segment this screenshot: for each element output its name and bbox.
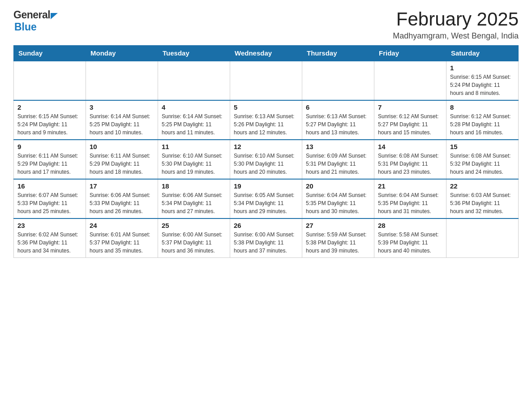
day-number: 26 <box>234 222 298 229</box>
calendar-cell: 27Sunrise: 5:59 AM Sunset: 5:38 PM Dayli… <box>302 218 374 258</box>
calendar-cell <box>446 218 519 258</box>
day-number: 17 <box>90 182 154 190</box>
day-info: Sunrise: 6:11 AM Sunset: 5:29 PM Dayligh… <box>17 152 82 176</box>
day-number: 5 <box>234 103 298 111</box>
day-number: 1 <box>450 64 515 72</box>
day-info: Sunrise: 6:10 AM Sunset: 5:30 PM Dayligh… <box>234 152 298 176</box>
month-title: February 2025 <box>393 9 519 30</box>
day-number: 28 <box>378 222 442 229</box>
calendar-cell: 28Sunrise: 5:58 AM Sunset: 5:39 PM Dayli… <box>374 218 446 258</box>
day-number: 2 <box>17 103 82 111</box>
calendar-cell: 13Sunrise: 6:09 AM Sunset: 5:31 PM Dayli… <box>302 140 374 179</box>
calendar-cell: 25Sunrise: 6:00 AM Sunset: 5:37 PM Dayli… <box>158 218 230 258</box>
day-number: 25 <box>162 222 226 229</box>
day-header-tuesday: Tuesday <box>158 46 230 61</box>
day-info: Sunrise: 6:04 AM Sunset: 5:35 PM Dayligh… <box>306 191 370 215</box>
day-info: Sunrise: 6:07 AM Sunset: 5:33 PM Dayligh… <box>17 191 82 215</box>
calendar-week-2: 2Sunrise: 6:15 AM Sunset: 5:24 PM Daylig… <box>14 100 519 140</box>
calendar-cell <box>158 61 230 100</box>
calendar-cell: 9Sunrise: 6:11 AM Sunset: 5:29 PM Daylig… <box>14 140 86 179</box>
calendar-table: SundayMondayTuesdayWednesdayThursdayFrid… <box>13 45 519 258</box>
calendar-cell: 20Sunrise: 6:04 AM Sunset: 5:35 PM Dayli… <box>302 179 374 218</box>
logo-blue-text: Blue <box>14 21 37 33</box>
day-info: Sunrise: 6:00 AM Sunset: 5:38 PM Dayligh… <box>234 231 298 255</box>
day-info: Sunrise: 6:08 AM Sunset: 5:31 PM Dayligh… <box>378 152 442 176</box>
calendar-cell: 19Sunrise: 6:05 AM Sunset: 5:34 PM Dayli… <box>230 179 302 218</box>
day-info: Sunrise: 6:06 AM Sunset: 5:33 PM Dayligh… <box>90 191 154 215</box>
day-info: Sunrise: 6:13 AM Sunset: 5:26 PM Dayligh… <box>234 112 298 137</box>
day-number: 27 <box>306 222 370 229</box>
day-info: Sunrise: 5:58 AM Sunset: 5:39 PM Dayligh… <box>378 231 442 255</box>
day-info: Sunrise: 6:03 AM Sunset: 5:36 PM Dayligh… <box>450 191 515 215</box>
calendar-cell: 10Sunrise: 6:11 AM Sunset: 5:29 PM Dayli… <box>86 140 158 179</box>
day-number: 18 <box>162 182 226 190</box>
calendar-cell: 2Sunrise: 6:15 AM Sunset: 5:24 PM Daylig… <box>14 100 86 140</box>
calendar-cell <box>374 61 446 100</box>
day-info: Sunrise: 6:04 AM Sunset: 5:35 PM Dayligh… <box>378 191 442 215</box>
calendar-cell: 17Sunrise: 6:06 AM Sunset: 5:33 PM Dayli… <box>86 179 158 218</box>
day-info: Sunrise: 6:08 AM Sunset: 5:32 PM Dayligh… <box>450 152 515 176</box>
calendar-cell: 8Sunrise: 6:12 AM Sunset: 5:28 PM Daylig… <box>446 100 519 140</box>
title-area: February 2025 Madhyamgram, West Bengal, … <box>393 9 519 41</box>
day-header-monday: Monday <box>86 46 158 61</box>
calendar-week-1: 1Sunrise: 6:15 AM Sunset: 5:24 PM Daylig… <box>14 61 519 100</box>
calendar-cell <box>230 61 302 100</box>
day-number: 15 <box>450 143 515 150</box>
logo-arrow-icon <box>51 13 58 19</box>
page-header: General Blue February 2025 Madhyamgram, … <box>13 9 519 41</box>
calendar-cell: 22Sunrise: 6:03 AM Sunset: 5:36 PM Dayli… <box>446 179 519 218</box>
calendar-cell: 23Sunrise: 6:02 AM Sunset: 5:36 PM Dayli… <box>14 218 86 258</box>
calendar-cell: 12Sunrise: 6:10 AM Sunset: 5:30 PM Dayli… <box>230 140 302 179</box>
day-info: Sunrise: 6:12 AM Sunset: 5:28 PM Dayligh… <box>450 112 515 137</box>
day-header-sunday: Sunday <box>14 46 86 61</box>
day-info: Sunrise: 6:09 AM Sunset: 5:31 PM Dayligh… <box>306 152 370 176</box>
calendar-cell: 26Sunrise: 6:00 AM Sunset: 5:38 PM Dayli… <box>230 218 302 258</box>
day-info: Sunrise: 6:10 AM Sunset: 5:30 PM Dayligh… <box>162 152 226 176</box>
calendar-cell: 11Sunrise: 6:10 AM Sunset: 5:30 PM Dayli… <box>158 140 230 179</box>
day-info: Sunrise: 6:06 AM Sunset: 5:34 PM Dayligh… <box>162 191 226 215</box>
calendar-cell: 18Sunrise: 6:06 AM Sunset: 5:34 PM Dayli… <box>158 179 230 218</box>
location-text: Madhyamgram, West Bengal, India <box>393 31 519 41</box>
calendar-week-5: 23Sunrise: 6:02 AM Sunset: 5:36 PM Dayli… <box>14 218 519 258</box>
day-info: Sunrise: 6:05 AM Sunset: 5:34 PM Dayligh… <box>234 191 298 215</box>
day-header-saturday: Saturday <box>446 46 519 61</box>
day-number: 21 <box>378 182 442 190</box>
day-number: 3 <box>90 103 154 111</box>
logo-general-text: General <box>13 9 50 21</box>
day-info: Sunrise: 6:01 AM Sunset: 5:37 PM Dayligh… <box>90 231 154 255</box>
day-info: Sunrise: 6:14 AM Sunset: 5:25 PM Dayligh… <box>90 112 154 137</box>
day-info: Sunrise: 6:02 AM Sunset: 5:36 PM Dayligh… <box>17 231 82 255</box>
day-info: Sunrise: 6:00 AM Sunset: 5:37 PM Dayligh… <box>162 231 226 255</box>
calendar-cell: 14Sunrise: 6:08 AM Sunset: 5:31 PM Dayli… <box>374 140 446 179</box>
calendar-week-3: 9Sunrise: 6:11 AM Sunset: 5:29 PM Daylig… <box>14 140 519 179</box>
calendar-cell <box>86 61 158 100</box>
day-info: Sunrise: 6:12 AM Sunset: 5:27 PM Dayligh… <box>378 112 442 137</box>
calendar-cell: 24Sunrise: 6:01 AM Sunset: 5:37 PM Dayli… <box>86 218 158 258</box>
day-info: Sunrise: 6:14 AM Sunset: 5:25 PM Dayligh… <box>162 112 226 137</box>
logo: General Blue <box>13 9 58 33</box>
day-number: 13 <box>306 143 370 150</box>
calendar-cell: 1Sunrise: 6:15 AM Sunset: 5:24 PM Daylig… <box>446 61 519 100</box>
day-number: 22 <box>450 182 515 190</box>
day-header-wednesday: Wednesday <box>230 46 302 61</box>
day-info: Sunrise: 6:11 AM Sunset: 5:29 PM Dayligh… <box>90 152 154 176</box>
day-info: Sunrise: 6:13 AM Sunset: 5:27 PM Dayligh… <box>306 112 370 137</box>
calendar-week-4: 16Sunrise: 6:07 AM Sunset: 5:33 PM Dayli… <box>14 179 519 218</box>
day-number: 10 <box>90 143 154 150</box>
calendar-cell: 16Sunrise: 6:07 AM Sunset: 5:33 PM Dayli… <box>14 179 86 218</box>
calendar-cell <box>14 61 86 100</box>
day-info: Sunrise: 6:15 AM Sunset: 5:24 PM Dayligh… <box>450 73 515 97</box>
day-header-thursday: Thursday <box>302 46 374 61</box>
day-number: 19 <box>234 182 298 190</box>
calendar-cell: 6Sunrise: 6:13 AM Sunset: 5:27 PM Daylig… <box>302 100 374 140</box>
calendar-cell: 4Sunrise: 6:14 AM Sunset: 5:25 PM Daylig… <box>158 100 230 140</box>
day-header-friday: Friday <box>374 46 446 61</box>
calendar-cell: 3Sunrise: 6:14 AM Sunset: 5:25 PM Daylig… <box>86 100 158 140</box>
day-number: 16 <box>17 182 82 190</box>
day-number: 8 <box>450 103 515 111</box>
day-number: 7 <box>378 103 442 111</box>
day-info: Sunrise: 5:59 AM Sunset: 5:38 PM Dayligh… <box>306 231 370 255</box>
day-number: 20 <box>306 182 370 190</box>
day-info: Sunrise: 6:15 AM Sunset: 5:24 PM Dayligh… <box>17 112 82 137</box>
calendar-cell: 7Sunrise: 6:12 AM Sunset: 5:27 PM Daylig… <box>374 100 446 140</box>
